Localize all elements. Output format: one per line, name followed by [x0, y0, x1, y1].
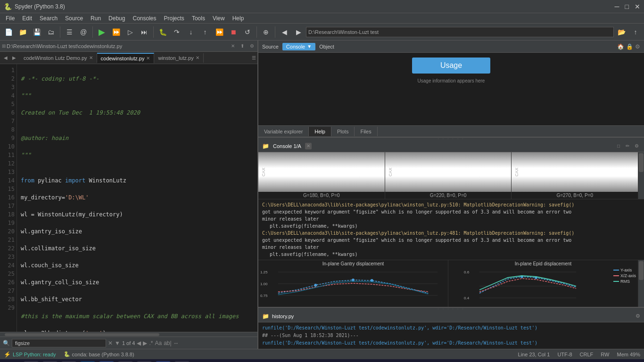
tab-prev-button[interactable]: ◀: [2, 54, 9, 62]
open-file-button[interactable]: 📁: [16, 25, 29, 39]
run-cell-button[interactable]: ▷: [124, 25, 137, 39]
search-dropdown-button[interactable]: ▼: [115, 340, 120, 346]
search-word-button[interactable]: ab|: [164, 340, 171, 346]
source-lock-icon[interactable]: 🔒: [626, 43, 633, 50]
images-row: CAX G=180, B=0, P=0 CAX G=220, B=0, P=0 …: [258, 152, 644, 199]
menu-consoles[interactable]: Consoles: [129, 14, 160, 23]
console-tab-label: Console: [286, 44, 305, 49]
charts-scrollbar[interactable]: [638, 260, 644, 307]
tab-codewinstonlutz-close[interactable]: ✕: [146, 56, 150, 61]
search-replace-button[interactable]: ↔: [173, 340, 179, 346]
nav-forward-button[interactable]: ▶: [292, 25, 305, 39]
start-button[interactable]: ⊞: [4, 360, 21, 362]
menu-help[interactable]: Help: [229, 14, 248, 23]
editor-icon-up[interactable]: ⬆: [239, 42, 246, 50]
legend-yaxis-label: Y-axis: [620, 268, 632, 272]
search-clear-button[interactable]: ✕: [108, 340, 113, 346]
image-plot-2: CAX G=220, B=0, P=0: [385, 152, 512, 199]
search-regex-button[interactable]: .*: [149, 340, 153, 346]
email-button[interactable]: @: [77, 25, 90, 39]
console-tb-pencil[interactable]: ✏: [624, 142, 631, 150]
stop-button[interactable]: ⏹: [227, 25, 240, 39]
menu-debug[interactable]: Debug: [105, 14, 129, 23]
editor-hscroll-thumb[interactable]: [5, 333, 159, 336]
tab-demo-close[interactable]: ✕: [89, 55, 93, 60]
editor-pane-icons: ✕ ⬆ ⚙: [229, 42, 256, 50]
step-into-button[interactable]: ↓: [184, 25, 198, 39]
editor-icon-gear[interactable]: ⚙: [248, 42, 256, 50]
tab-files[interactable]: Files: [355, 127, 377, 136]
console-tb-btn1[interactable]: □: [615, 142, 622, 150]
reload-button[interactable]: ↺: [241, 25, 254, 39]
run-cell-advance-button[interactable]: ⏭: [138, 25, 151, 39]
svg-text:1.25: 1.25: [260, 270, 268, 274]
tab-winston-lutz-label: winston_lutz.py: [158, 55, 193, 61]
history-gear-icon[interactable]: ⚙: [636, 313, 640, 319]
usage-button[interactable]: Usage: [412, 58, 490, 74]
svg-point-6: [314, 284, 317, 287]
save-button[interactable]: 💾: [30, 25, 43, 39]
menu-projects[interactable]: Projects: [160, 14, 188, 23]
minimize-button[interactable]: ─: [615, 3, 619, 10]
epid-chart: In-plane Epid displacement 0.6 0.4: [448, 260, 638, 307]
console-close-button[interactable]: ✕: [305, 143, 312, 149]
tab-next-button[interactable]: ▶: [10, 54, 18, 62]
usage-sub1: Usage information appears here: [418, 78, 485, 83]
console-header: 📁 Console 1/A ✕ □ ✏ ⚙: [258, 140, 644, 152]
path-action-button[interactable]: ↑: [629, 25, 642, 39]
search-input[interactable]: [12, 339, 106, 347]
tab-winston-lutz-close[interactable]: ✕: [196, 55, 199, 60]
tab-help[interactable]: Help: [309, 127, 331, 136]
menu-run[interactable]: Run: [87, 14, 105, 23]
console-panel: 📁 Console 1/A ✕ □ ✏ ⚙ CAX G=180, B=0, P=: [258, 140, 644, 308]
tab-variable-explorer[interactable]: Variable explorer: [258, 127, 309, 136]
nav-back-button[interactable]: ◀: [278, 25, 291, 39]
maximize-button[interactable]: □: [625, 3, 629, 10]
source-home-icon[interactable]: 🏠: [617, 43, 624, 50]
run-button[interactable]: ▶: [95, 25, 108, 39]
search-prev-button[interactable]: ◀: [137, 340, 141, 346]
browse-button[interactable]: 📂: [615, 25, 628, 39]
editor-icon-x[interactable]: ✕: [229, 42, 237, 50]
console-tab[interactable]: Console ▼: [282, 43, 315, 50]
menu-view[interactable]: View: [209, 14, 229, 23]
editor-hscroll[interactable]: [0, 332, 257, 337]
path-bar[interactable]: D:\Research\Winston-Luzt test: [306, 27, 614, 37]
tab-menu-button[interactable]: ☰: [250, 54, 257, 62]
images-scrollbar-thumb[interactable]: [639, 153, 644, 172]
search-next-button[interactable]: ▶: [143, 340, 147, 346]
image-label-2: G=220, B=0, P=0: [429, 192, 468, 199]
menu-tools[interactable]: Tools: [188, 14, 209, 23]
spyder-logo: ⊕: [259, 25, 272, 39]
menu-edit[interactable]: Edit: [18, 14, 36, 23]
tab-codewinstonlutz[interactable]: codewinstonlutz.py ✕: [97, 53, 155, 63]
code-editor[interactable]: 12345 678910 1112131415 1617181920 21222…: [0, 64, 257, 332]
history-header-icons: ⚙: [636, 313, 640, 319]
search-case-button[interactable]: Aa: [155, 340, 162, 346]
menu-search[interactable]: Search: [36, 14, 61, 23]
conda-text: conda: base (Python 3.8.8): [72, 352, 134, 357]
console-tab-close[interactable]: ▼: [307, 44, 312, 49]
save-all-button[interactable]: 🗂: [44, 25, 58, 39]
menu-file[interactable]: File: [2, 14, 18, 23]
tab-plots[interactable]: Plots: [331, 127, 355, 136]
preferences-button[interactable]: ☰: [63, 25, 76, 39]
run-file-button[interactable]: ⏩: [109, 25, 123, 39]
tab-demo[interactable]: codeWinston Lutz Demo.py ✕: [20, 53, 97, 63]
source-gear-icon[interactable]: ⚙: [635, 43, 640, 50]
close-button[interactable]: ✕: [635, 3, 640, 10]
console-tb-gear[interactable]: ⚙: [633, 142, 640, 150]
debug-button[interactable]: 🐛: [156, 25, 169, 39]
console-output: C:\Users\DELL\anaconda3\lib\site-package…: [258, 199, 644, 260]
images-scrollbar[interactable]: [638, 152, 644, 199]
step-out-button[interactable]: ↑: [198, 25, 212, 39]
toolbar-sep5: [275, 26, 275, 38]
history-panel: 📁 history.py ⚙ runfile('D:/Research/Wins…: [258, 310, 644, 349]
step-button[interactable]: ↷: [170, 25, 183, 39]
tab-winston-lutz[interactable]: winston_lutz.py ✕: [154, 53, 203, 63]
charts-scrollbar-thumb[interactable]: [639, 261, 644, 280]
menu-source[interactable]: Source: [61, 14, 87, 23]
new-file-button[interactable]: 📄: [2, 25, 15, 39]
svg-text:1.00: 1.00: [260, 282, 268, 286]
continue-button[interactable]: ⏩: [213, 25, 226, 39]
